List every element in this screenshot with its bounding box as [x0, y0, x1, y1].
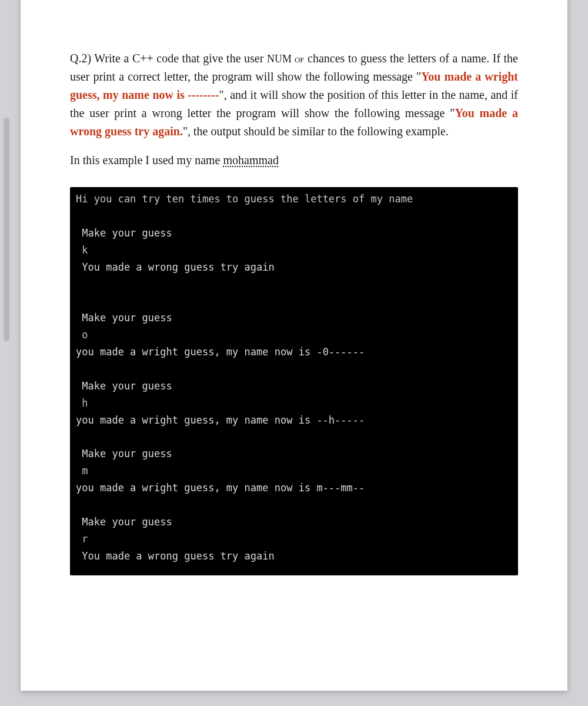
- guess-prompt: Make your guess: [76, 227, 172, 239]
- guess-prompt: Make your guess: [76, 312, 172, 324]
- question-text: Q.2) Write a C++ code that give the user…: [70, 49, 518, 141]
- document-page: Q.2) Write a C++ code that give the user…: [21, 0, 567, 691]
- example-note: In this example I used my name mohammad: [70, 151, 518, 169]
- guess-input: r: [76, 533, 88, 545]
- guess-result: You made a wrong guess try again: [76, 550, 275, 562]
- guess-result: you made a wright guess, my name now is …: [76, 482, 365, 494]
- guess-result: You made a wrong guess try again: [76, 261, 275, 273]
- guess-prompt: Make your guess: [76, 448, 172, 459]
- guess-input: h: [76, 397, 88, 409]
- num-of-token: NUM of: [267, 53, 305, 65]
- guess-result: you made a wright guess, my name now is …: [76, 414, 365, 426]
- terminal-header: Hi you can try ten times to guess the le…: [76, 193, 413, 205]
- guess-input: k: [76, 244, 88, 256]
- example-name: mohammad: [223, 154, 279, 166]
- guess-result: you made a wright guess, my name now is …: [76, 346, 365, 358]
- terminal-output: Hi you can try ten times to guess the le…: [70, 187, 518, 575]
- guess-input: m: [76, 465, 88, 477]
- example-note-prefix: In this example I used my name: [70, 154, 223, 166]
- guess-input: o: [76, 329, 88, 341]
- question-part3: ", the output should be similar to the f…: [183, 125, 449, 138]
- guess-prompt: Make your guess: [76, 516, 172, 528]
- scrollbar-thumb[interactable]: [4, 118, 9, 341]
- question-prefix: Q.2) Write a C++ code that give the user: [70, 52, 267, 65]
- guess-prompt: Make your guess: [76, 380, 172, 392]
